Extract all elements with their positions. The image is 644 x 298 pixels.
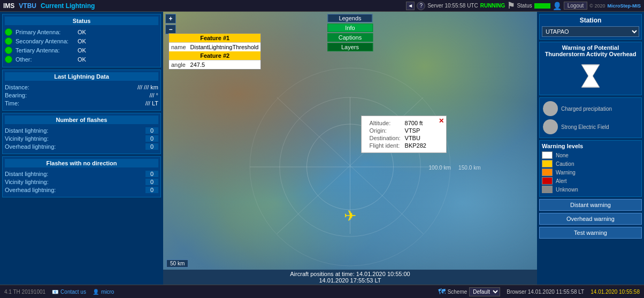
distance-value: /// /// km: [137, 84, 158, 90]
no-direction-value: 0: [145, 179, 158, 185]
aircraft-icon[interactable]: ✈: [344, 207, 356, 225]
feature2-angle-value: 247.5: [188, 60, 261, 70]
level-box: [542, 177, 553, 185]
level-box: [542, 186, 553, 193]
level-box: [542, 169, 553, 176]
flash-label: Overhead lightning:: [5, 143, 56, 150]
server-time: Server 10:55:58 UTC: [427, 3, 478, 9]
level-box: [542, 160, 553, 167]
time-value: /// LT: [145, 100, 158, 106]
electric-label: Strong Electric Field: [561, 124, 609, 130]
antenna-value: OK: [78, 29, 86, 35]
antenna-row: Tertiary Antenna: OK: [5, 47, 158, 54]
level-row: Unknown: [542, 186, 639, 193]
legends-bar: Legends Info Captions Layers: [327, 14, 373, 51]
flash-row: Vicinity lightning: 0: [5, 135, 158, 142]
level-label: Caution: [556, 161, 574, 167]
no-direction-label: Overhead lightning:: [5, 187, 56, 193]
warning-levels-section: Warning levels None Caution Warning Aler…: [539, 140, 642, 197]
ims-logo: IMS: [3, 2, 14, 10]
status-bar: [534, 3, 550, 9]
copyright: © 2020: [589, 3, 605, 9]
time-row: Time: /// LT: [5, 100, 158, 106]
browser-time: Browser 14.01.2020 11:55:58 LT: [507, 289, 584, 295]
nav-back-button[interactable]: ◄: [406, 2, 415, 10]
layers-button[interactable]: Layers: [327, 43, 373, 51]
feature1-name-label: name: [169, 43, 188, 52]
bearing-label: Bearing:: [5, 92, 27, 98]
antenna-value: OK: [78, 56, 86, 63]
electric-icon: [543, 119, 558, 134]
level-label: Unknown: [556, 187, 578, 193]
warning-section: Warning of Potential Thunderstorm Activi…: [539, 42, 642, 95]
user-label: micro: [101, 289, 114, 295]
status-dot: [5, 47, 12, 54]
no-direction-title: Flashes with no direction: [5, 159, 158, 167]
level-box: [542, 151, 553, 159]
level-row: Caution: [542, 160, 639, 167]
scheme-section: 🗺 Scheme Default: [438, 287, 501, 296]
antenna-row: Secondary Antenna: OK: [5, 37, 158, 45]
no-direction-value: 0: [145, 171, 158, 177]
flash-value: 0: [145, 143, 158, 150]
status-dot: [5, 56, 12, 63]
charged-row: Charged precipitation: [543, 101, 638, 116]
right-panel: Station UTAPAO Warning of Potential Thun…: [537, 12, 644, 285]
test-warning-button[interactable]: Test warning: [539, 227, 642, 239]
map-toolbar: + −: [165, 14, 176, 34]
no-direction-row: Vicinity lightning: 0: [5, 179, 158, 185]
status-title: Status: [5, 17, 158, 25]
altitude-label: Altitude:: [367, 119, 402, 127]
flight-label: Flight ident:: [367, 142, 402, 149]
station-select[interactable]: UTAPAO: [542, 26, 639, 37]
level-label: Warning: [556, 170, 576, 175]
antenna-label: Primary Antenna:: [16, 29, 74, 35]
main-layout: Status Primary Antenna: OK Secondary Ant…: [0, 12, 644, 285]
electric-row: Strong Electric Field: [543, 119, 638, 134]
overhead-warning-button[interactable]: Overhead warning: [539, 213, 642, 225]
destination-value: VTBU: [403, 134, 428, 142]
distant-warning-button[interactable]: Distant warning: [539, 199, 642, 211]
feature2-angle-label: angle: [169, 60, 188, 70]
antenna-row: Primary Antenna: OK: [5, 28, 158, 36]
origin-label: Origin:: [367, 127, 402, 134]
status-flag-icon: ⚑: [507, 1, 515, 11]
no-direction-section: Flashes with no direction Distant lightn…: [2, 156, 161, 197]
status-label: Status: [517, 3, 532, 9]
antenna-label: Tertiary Antenna:: [16, 47, 74, 54]
distance-label: Distance:: [5, 84, 29, 90]
destination-label: Destination:: [367, 134, 402, 142]
warning-levels-title: Warning levels: [542, 143, 639, 149]
contact-link[interactable]: 📧 Contact us: [52, 289, 86, 295]
last-lightning-title: Last Lightning Data: [5, 72, 158, 81]
level-row: None: [542, 151, 639, 159]
charged-icon: [543, 101, 558, 116]
level-rows: None Caution Warning Alert Unknown: [542, 151, 639, 193]
info-button[interactable]: Info: [327, 24, 373, 32]
contact-icon: 📧: [52, 289, 58, 295]
zoom-in-button[interactable]: +: [165, 14, 176, 24]
time-label: Time:: [5, 100, 19, 106]
help-button[interactable]: ?: [417, 2, 425, 10]
svg-marker-9: [581, 65, 599, 87]
distance-row: Distance: /// /// km: [5, 84, 158, 90]
running-badge: RUNNING: [480, 3, 505, 9]
flash-value: 0: [145, 135, 158, 142]
logout-button[interactable]: Logout: [564, 2, 588, 10]
antenna-label: Other:: [16, 56, 74, 63]
scheme-select[interactable]: Default: [469, 287, 500, 296]
captions-button[interactable]: Captions: [327, 33, 373, 42]
status-rows: Primary Antenna: OK Secondary Antenna: O…: [5, 28, 158, 63]
antenna-label: Secondary Antenna:: [16, 38, 74, 44]
user-icon: 👤: [93, 289, 99, 295]
flash-value: 0: [145, 127, 158, 134]
aircraft-popup: ✕ Altitude: 8700 ft Origin: VTSP Destina…: [361, 116, 447, 153]
antenna-row: Other: OK: [5, 56, 158, 63]
no-direction-label: Distant lightning:: [5, 171, 48, 177]
legends-label: Legends: [327, 14, 372, 22]
flash-row: Distant lightning: 0: [5, 127, 158, 134]
status-section: Status Primary Antenna: OK Secondary Ant…: [2, 14, 161, 67]
flash-row: Overhead lightning: 0: [5, 143, 158, 150]
close-button[interactable]: ✕: [439, 117, 444, 125]
scheme-label: Scheme: [448, 289, 467, 295]
